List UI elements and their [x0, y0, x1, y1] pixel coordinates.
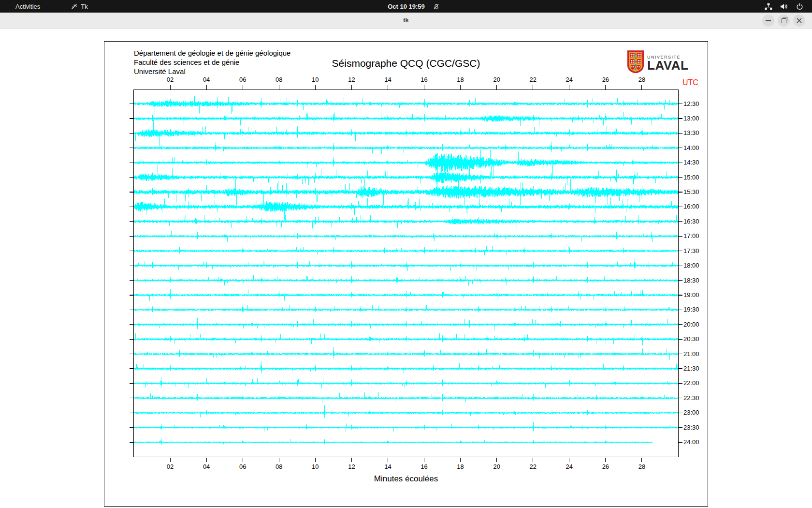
- row-tick-left: [130, 207, 133, 207]
- universite-laval-logo: UNIVERSITÉ LAVAL: [627, 50, 688, 75]
- x-tick-top: [569, 85, 569, 90]
- x-tick-top: [641, 85, 642, 90]
- row-tick-right: [679, 207, 682, 207]
- row-time-label: 13:00: [683, 115, 699, 122]
- x-tick-label-top: 20: [489, 76, 505, 83]
- x-tick-label-bottom: 04: [198, 463, 215, 470]
- maximize-icon: [782, 18, 786, 23]
- row-time-label: 21:30: [683, 365, 699, 372]
- row-time-label: 18:30: [683, 277, 699, 284]
- row-time-label: 21:00: [683, 350, 699, 358]
- x-tick-top: [206, 85, 207, 90]
- network-wired-icon: [765, 3, 772, 10]
- row-tick-right: [679, 221, 682, 222]
- x-tick-bottom: [605, 458, 606, 462]
- maximize-button[interactable]: [778, 15, 790, 27]
- system-status-area[interactable]: [765, 0, 803, 13]
- focused-app-menu[interactable]: Tk: [71, 3, 87, 10]
- row-tick-left: [130, 221, 133, 222]
- row-time-label: 15:30: [683, 188, 699, 195]
- x-tick-top: [424, 85, 424, 90]
- row-tick-right: [679, 442, 682, 443]
- x-tick-top: [460, 85, 461, 90]
- x-tick-top: [243, 85, 243, 90]
- x-tick-top: [315, 85, 316, 90]
- x-tick-label-top: 22: [525, 76, 541, 83]
- row-tick-left: [130, 133, 133, 134]
- x-tick-top: [351, 85, 352, 90]
- x-tick-label-top: 04: [198, 76, 215, 83]
- row-tick-right: [679, 368, 682, 369]
- row-tick-right: [679, 104, 682, 104]
- x-tick-bottom: [279, 458, 279, 462]
- header-line-1: Département de géologie et de génie géol…: [134, 48, 290, 58]
- row-time-label: 18:00: [683, 262, 699, 269]
- window-title: tk: [0, 13, 812, 28]
- clock-menu[interactable]: Oct 10 19:59: [388, 3, 440, 10]
- row-tick-left: [130, 104, 133, 104]
- row-time-label: 24:00: [683, 438, 699, 446]
- row-tick-left: [130, 163, 133, 163]
- x-tick-label-bottom: 16: [416, 463, 433, 470]
- x-axis-title: Minutes écoulées: [104, 474, 708, 484]
- minimize-button[interactable]: [762, 15, 774, 27]
- x-tick-bottom: [351, 458, 352, 462]
- row-tick-right: [679, 266, 682, 266]
- x-tick-label-top: 02: [162, 76, 178, 83]
- x-tick-label-bottom: 20: [489, 463, 505, 470]
- row-time-label: 12:30: [683, 100, 699, 107]
- row-time-label: 14:00: [683, 144, 699, 151]
- row-time-label: 15:00: [683, 174, 699, 181]
- clock-label: Oct 10 19:59: [388, 3, 425, 10]
- x-tick-label-top: 24: [561, 76, 578, 83]
- row-tick-left: [130, 354, 133, 354]
- row-tick-right: [679, 236, 682, 237]
- x-tick-bottom: [533, 458, 533, 462]
- close-button[interactable]: [793, 15, 805, 27]
- row-tick-right: [679, 280, 682, 281]
- x-tick-label-top: 14: [379, 76, 396, 83]
- x-tick-bottom: [243, 458, 243, 462]
- x-tick-top: [388, 85, 388, 90]
- laval-shield-icon: [627, 50, 644, 75]
- row-tick-left: [130, 177, 133, 178]
- x-tick-label-bottom: 10: [307, 463, 323, 470]
- logo-line-laval: LAVAL: [647, 60, 688, 71]
- volume-icon: [780, 3, 788, 10]
- row-tick-right: [679, 324, 682, 325]
- x-tick-label-top: 12: [343, 76, 360, 83]
- power-icon: [796, 3, 803, 10]
- tk-feather-icon: [71, 3, 78, 10]
- x-tick-label-bottom: 18: [452, 463, 469, 470]
- row-tick-right: [679, 427, 682, 428]
- x-tick-bottom: [206, 458, 207, 462]
- x-tick-label-top: 06: [234, 76, 251, 83]
- utc-axis-label: UTC: [682, 78, 698, 87]
- window-titlebar[interactable]: tk: [0, 13, 812, 29]
- x-tick-label-bottom: 28: [634, 463, 650, 470]
- x-tick-bottom: [424, 458, 424, 462]
- row-tick-left: [130, 413, 133, 413]
- x-tick-label-bottom: 14: [379, 463, 396, 470]
- row-tick-right: [679, 413, 682, 413]
- x-tick-label-bottom: 22: [525, 463, 541, 470]
- row-tick-right: [679, 295, 682, 295]
- row-tick-left: [130, 251, 133, 251]
- row-tick-right: [679, 177, 682, 178]
- row-tick-left: [130, 442, 133, 443]
- x-tick-label-bottom: 12: [343, 463, 360, 470]
- activities-button[interactable]: Activities: [12, 2, 44, 11]
- row-time-label: 22:30: [683, 394, 699, 402]
- row-tick-left: [130, 427, 133, 428]
- seismogram-plot: [133, 90, 679, 457]
- row-tick-right: [679, 383, 682, 384]
- row-time-label: 20:30: [683, 335, 699, 343]
- row-tick-right: [679, 118, 682, 119]
- x-tick-bottom: [315, 458, 316, 462]
- row-time-label: 22:00: [683, 379, 699, 387]
- top-bar: Activities Tk Oct 10 19:59: [0, 0, 812, 13]
- row-tick-right: [679, 398, 682, 398]
- row-tick-right: [679, 354, 682, 354]
- row-tick-left: [130, 383, 133, 384]
- row-tick-right: [679, 310, 682, 310]
